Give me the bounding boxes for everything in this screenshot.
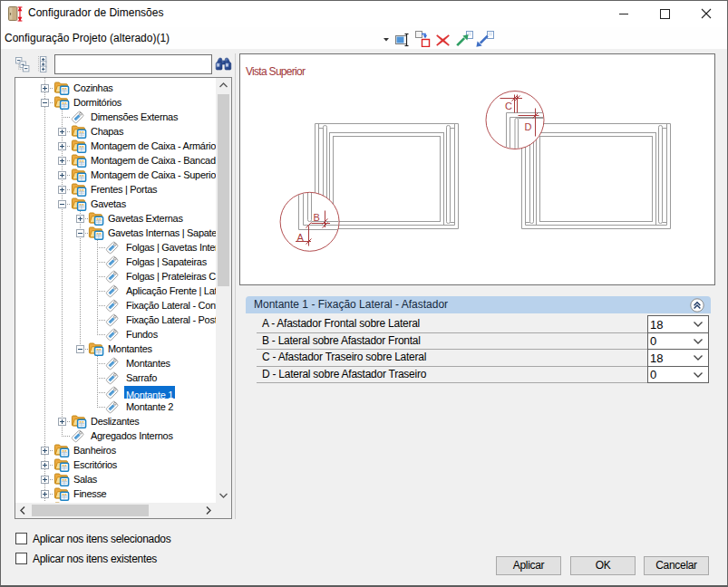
svg-text:D: D	[525, 121, 532, 132]
svg-text:B: B	[314, 212, 320, 223]
svg-text:C: C	[505, 101, 512, 111]
svg-text:A: A	[297, 232, 305, 243]
